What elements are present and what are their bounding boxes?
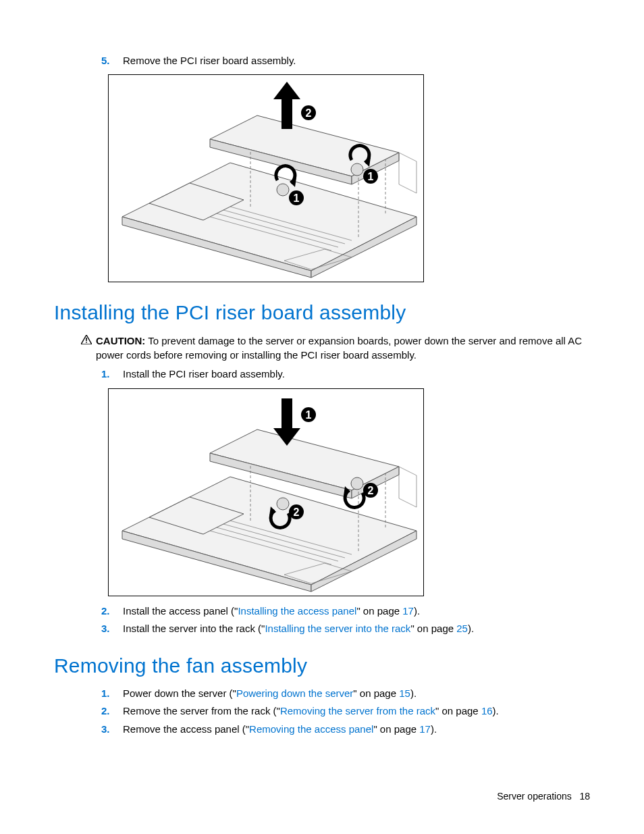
step-number: 1.	[101, 687, 110, 700]
step-text-post: " on page	[435, 705, 481, 716]
link-power-down[interactable]: Powering down the server	[236, 687, 353, 699]
callout-1a: 1	[289, 190, 304, 205]
svg-marker-17	[399, 153, 417, 193]
step-text-pre: Power down the server ("	[123, 687, 236, 699]
diagram-install-icon: 1 2 2	[109, 389, 423, 596]
step-5: 5. Remove the PCI riser board assembly.	[101, 54, 590, 68]
diagram-remove-icon: 1 1 2	[109, 75, 423, 282]
link-install-server-rack[interactable]: Installing the server into the rack	[265, 623, 410, 634]
step-number: 5.	[101, 54, 110, 68]
install-step-2: 2. Install the access panel ("Installing…	[101, 604, 590, 618]
svg-rect-22	[281, 98, 292, 129]
svg-text:1: 1	[306, 409, 312, 420]
callout-1: 1	[301, 407, 316, 422]
fan-step-2: 2. Remove the server from the rack ("Rem…	[101, 704, 590, 718]
step-number: 1.	[101, 367, 110, 381]
step-text-post: " on page	[356, 605, 402, 617]
step-text-pre: Install the access panel ("	[123, 605, 238, 617]
install-step-1: 1. Install the PCI riser board assembly.	[101, 367, 590, 381]
page-footer: Server operations 18	[497, 791, 590, 802]
page-link[interactable]: 16	[481, 705, 493, 716]
link-remove-access-panel[interactable]: Removing the access panel	[249, 723, 373, 735]
link-remove-server-rack[interactable]: Removing the server from the rack	[280, 705, 435, 716]
callout-2: 2	[301, 105, 316, 120]
svg-rect-53	[281, 398, 292, 429]
step-text-pre: Install the server into the rack ("	[123, 623, 265, 634]
figure-remove-riser: 1 1 2	[108, 74, 424, 282]
fan-step-1: 1. Power down the server ("Powering down…	[101, 687, 590, 700]
svg-text:2: 2	[306, 107, 312, 119]
fan-step-list: 1. Power down the server ("Powering down…	[54, 687, 590, 736]
step-text-end: ).	[414, 605, 420, 617]
heading-remove-fan: Removing the fan assembly	[54, 654, 590, 677]
link-install-access-panel[interactable]: Installing the access panel	[238, 605, 356, 617]
footer-section: Server operations	[497, 791, 572, 802]
caution-text: To prevent damage to the server or expan…	[96, 335, 582, 361]
page-link[interactable]: 15	[399, 687, 410, 699]
step-text-pre: Remove the access panel ("	[123, 723, 249, 735]
page-link[interactable]: 17	[419, 723, 431, 735]
step-text-post: " on page	[410, 623, 456, 634]
step-text-end: ).	[493, 705, 499, 716]
footer-page: 18	[579, 791, 590, 802]
callout-2a: 2	[289, 504, 304, 519]
svg-text:1: 1	[294, 192, 300, 204]
step-number: 2.	[101, 604, 110, 618]
install-step-list: 1. Install the PCI riser board assembly.	[54, 367, 590, 381]
svg-point-19	[351, 163, 363, 176]
svg-text:2: 2	[294, 506, 300, 517]
step-text-end: ).	[431, 723, 437, 735]
step-number: 3.	[101, 723, 110, 736]
install-step-list-2: 2. Install the access panel ("Installing…	[54, 604, 590, 636]
svg-rect-31	[86, 338, 87, 341]
caution-block: CAUTION: To prevent damage to the server…	[81, 334, 590, 362]
install-step-3: 3. Install the server into the rack ("In…	[101, 622, 590, 635]
step-text: Install the PCI riser board assembly.	[123, 368, 285, 380]
svg-marker-48	[399, 467, 417, 507]
figure-install-riser: 1 2 2	[108, 388, 424, 596]
step-number: 3.	[101, 622, 110, 635]
step-text-end: ).	[468, 623, 474, 634]
svg-text:1: 1	[368, 171, 374, 182]
step-text-pre: Remove the server from the rack ("	[123, 705, 280, 716]
svg-point-50	[351, 477, 363, 490]
caution-label: CAUTION:	[96, 335, 145, 346]
step-text-post: " on page	[373, 723, 419, 735]
document-page: 5. Remove the PCI riser board assembly.	[0, 0, 644, 834]
step-number: 2.	[101, 704, 110, 718]
fan-step-3: 3. Remove the access panel ("Removing th…	[101, 723, 590, 736]
top-step-list: 5. Remove the PCI riser board assembly.	[54, 54, 590, 68]
svg-rect-32	[86, 342, 87, 343]
step-text-post: " on page	[353, 687, 399, 699]
svg-text:2: 2	[368, 484, 374, 496]
page-link[interactable]: 17	[402, 605, 414, 617]
step-text-end: ).	[410, 687, 417, 699]
svg-point-49	[277, 498, 289, 510]
svg-marker-23	[273, 82, 300, 99]
heading-install-riser: Installing the PCI riser board assembly	[54, 301, 590, 324]
step-text: Remove the PCI riser board assembly.	[123, 55, 296, 66]
page-link[interactable]: 25	[456, 623, 468, 634]
callout-1b: 1	[363, 169, 378, 184]
callout-2b: 2	[363, 483, 378, 498]
svg-point-18	[277, 184, 289, 196]
caution-icon	[81, 335, 92, 344]
